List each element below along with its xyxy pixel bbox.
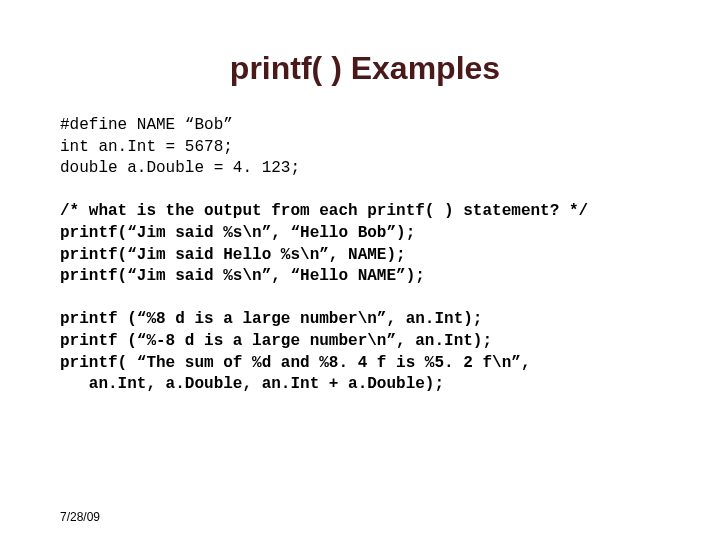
- code-line: printf (“%-8 d is a large number\n”, an.…: [60, 332, 492, 350]
- code-line: printf(“Jim said Hello %s\n”, NAME);: [60, 246, 406, 264]
- code-line: an.Int, a.Double, an.Int + a.Double);: [60, 375, 444, 393]
- code-line: printf(“Jim said %s\n”, “Hello Bob”);: [60, 224, 415, 242]
- code-line: printf( “The sum of %d and %8. 4 f is %5…: [60, 354, 530, 372]
- slide: printf( ) Examples #define NAME “Bob” in…: [0, 0, 720, 540]
- page-title: printf( ) Examples: [60, 50, 670, 87]
- code-line: printf (“%8 d is a large number\n”, an.I…: [60, 310, 482, 328]
- code-line: int an.Int = 5678;: [60, 138, 233, 156]
- code-line: /* what is the output from each printf( …: [60, 202, 588, 220]
- code-line: printf(“Jim said %s\n”, “Hello NAME”);: [60, 267, 425, 285]
- slide-date: 7/28/09: [60, 510, 100, 524]
- code-line: double a.Double = 4. 123;: [60, 159, 300, 177]
- code-block-1: #define NAME “Bob” int an.Int = 5678; do…: [60, 115, 670, 396]
- code-line: #define NAME “Bob”: [60, 116, 233, 134]
